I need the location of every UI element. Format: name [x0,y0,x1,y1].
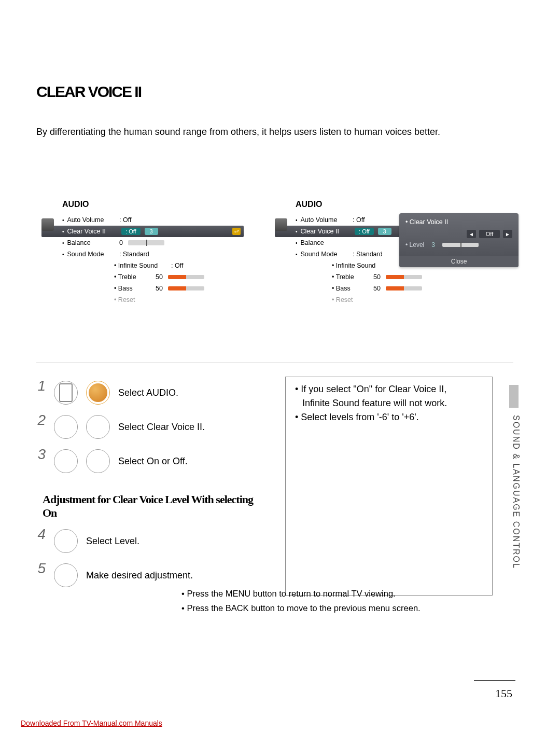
divider [36,363,513,363]
osd-label: Auto Volume [296,216,353,224]
footer-notes: Press the MENU button to return to norma… [181,586,421,615]
popup-title: • Clear Voice II [405,218,512,226]
footer-line: Press the MENU button to return to norma… [181,586,421,601]
osd-level-pill: 3 [145,228,158,235]
subsection-heading: Adjustment for Clear Voice Level With se… [43,493,254,520]
osd-level-pill: 3 [378,228,391,235]
osd-item-bass[interactable]: • Bass 50 [41,283,244,294]
remote-circle-icon [54,449,78,473]
steps-column: 1 Select AUDIO. 2 Select Clear Voice II.… [36,379,254,596]
step-3: 3 Select On or Off. [36,447,254,475]
osd-item-infinite-sound[interactable]: • Infinite Sound : Off [41,260,244,271]
note-box: • If you select "On" for Clear Voice II,… [285,377,493,596]
osd-label-text: Bass [118,285,133,292]
remote-ok-icon [86,381,110,405]
step-text: Select Level. [86,536,139,547]
enter-icon[interactable]: ⮐ [232,228,241,235]
osd-label: Balance [62,239,119,246]
osd-value: 0 [119,239,123,246]
osd-item-reset[interactable]: • Reset [41,294,244,306]
step-text: Make desired adjustment. [86,570,193,581]
osd-label-text: Treble [118,273,136,281]
treble-slider[interactable] [168,275,204,279]
treble-slider[interactable] [386,275,422,279]
note-text: Select levels from '-6' to '+6'. [301,412,418,422]
osd-label: • Bass [332,285,373,292]
osd-value: : Off [353,216,365,224]
popup-title-text: Clear Voice II [410,218,448,226]
osd-item-balance[interactable]: Balance 0 [41,237,244,248]
osd-value: : Standard [119,251,149,258]
page-number: 155 [495,687,512,700]
speaker-icon [41,218,54,231]
popup-close-button[interactable]: Close [399,256,519,267]
note-text: If you select "On" for Clear Voice II, [301,384,446,394]
osd-label: • Treble [114,273,156,281]
step-number: 4 [36,527,46,542]
osd-value: : Off [119,216,131,224]
step-number: 2 [36,413,46,427]
osd-label: • Infinite Sound [332,262,389,269]
osd-value: 50 [373,273,381,281]
osd-item-treble[interactable]: • Treble 50 [275,271,477,283]
arrow-left-icon[interactable]: ◄ [467,230,476,238]
arrow-right-icon[interactable]: ► [503,230,512,238]
step-number: 5 [36,561,46,576]
remote-pad-icon [54,381,78,405]
page-number-rule [474,680,515,681]
balance-slider[interactable] [128,240,164,245]
osd-value: : Off [171,262,183,269]
osd-value: 50 [373,285,381,292]
download-link[interactable]: Downloaded From TV-Manual.com Manuals [21,719,162,727]
osd-row: AUDIO Auto Volume : Off Clear Voice II :… [41,200,513,306]
clear-voice-popup: • Clear Voice II ◄ Off ► • Level 3 Close [399,213,519,267]
popup-level-label: • Level [405,241,424,248]
remote-circle-icon [54,415,78,439]
osd-label: Clear Voice II [62,228,119,235]
intro-text: By differentiating the human sound range… [36,127,513,137]
popup-toggle-row: ◄ Off ► [405,230,512,238]
osd-left: AUDIO Auto Volume : Off Clear Voice II :… [41,200,244,306]
popup-level-value: 3 [431,241,435,248]
note-line: • If you select "On" for Clear Voice II, [295,382,483,396]
step-2: 2 Select Clear Voice II. [36,413,254,441]
speaker-icon [275,218,287,231]
page-title: CLEAR VOICE II [36,83,513,101]
bass-slider[interactable] [168,286,204,290]
osd-label: Sound Mode [296,251,353,258]
remote-circle-icon [54,563,78,587]
step-text: Select AUDIO. [118,388,178,398]
osd-value-text: Off [129,228,136,234]
osd-item-auto-volume[interactable]: Auto Volume : Off [41,214,244,226]
osd-item-sound-mode[interactable]: Sound Mode : Standard [41,248,244,260]
osd-label: • Infinite Sound [114,262,171,269]
osd-item-bass[interactable]: • Bass 50 [275,283,477,294]
step-number: 1 [36,379,46,393]
osd-heading: AUDIO [296,200,477,209]
osd-label-text: Treble [336,273,354,281]
popup-level-slider[interactable] [442,243,479,247]
popup-level-label-text: Level [410,241,425,248]
osd-label: Balance [296,239,353,246]
popup-off-value: Off [479,230,500,238]
step-1: 1 Select AUDIO. [36,379,254,407]
osd-label-text: Reset [336,296,353,303]
osd-value: 50 [156,273,163,281]
osd-label: Sound Mode [62,251,119,258]
osd-label-text: Bass [336,285,351,292]
step-5: 5 Make desired adjustment. [36,561,254,589]
osd-item-treble[interactable]: • Treble 50 [41,271,244,283]
side-tab [509,385,519,408]
step-text: Select On or Off. [118,456,188,467]
note-line: Infinite Sound feature will not work. [302,396,483,410]
osd-label: Clear Voice II [296,228,353,235]
step-number: 3 [36,447,46,462]
bass-slider[interactable] [386,286,422,290]
osd-right: AUDIO Auto Volume : Off Clear Voice II :… [275,200,477,306]
osd-label: • Bass [114,285,156,292]
osd-label: • Treble [332,273,373,281]
osd-item-clear-voice-highlighted[interactable]: Clear Voice II : Off 3 ⮐ [41,226,244,237]
step-4: 4 Select Level. [36,527,254,555]
osd-item-reset[interactable]: • Reset [275,294,477,306]
osd-value: 50 [156,285,163,292]
